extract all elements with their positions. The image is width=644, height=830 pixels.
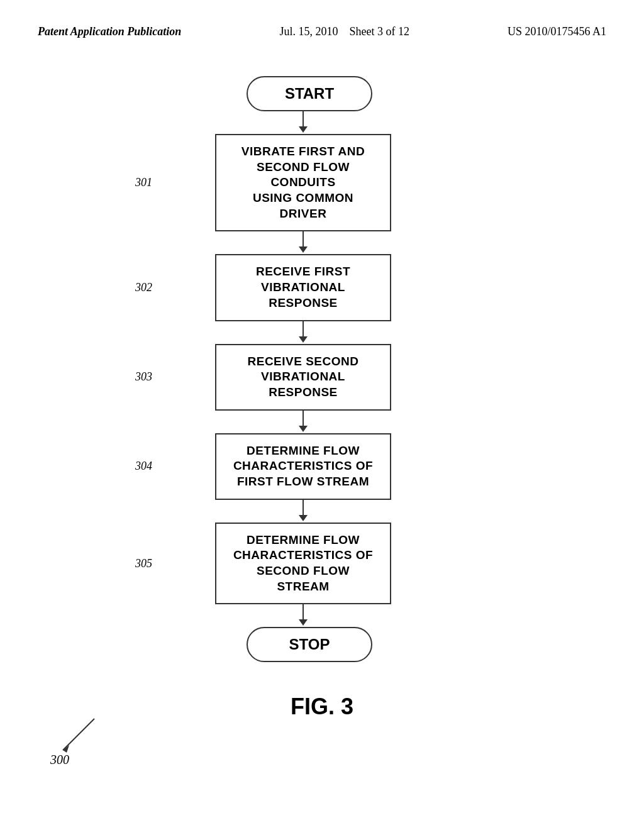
- arrow-head-4: [299, 426, 308, 432]
- arrow-line-5: [303, 500, 304, 515]
- arrow-line-6: [303, 604, 304, 619]
- step-box-301: VIBRATE FIRST ANDSECOND FLOW CONDUITSUSI…: [215, 134, 391, 231]
- step-box-305: DETERMINE FLOWCHARACTERISTICS OFSECOND F…: [215, 523, 391, 605]
- arrow-head-6: [299, 619, 308, 626]
- page-header: Patent Application Publication Jul. 15, …: [0, 0, 644, 51]
- step-row-302: 302 RECEIVE FIRSTVIBRATIONAL RESPONSE: [102, 254, 542, 321]
- step-box-304: DETERMINE FLOWCHARACTERISTICS OFFIRST FL…: [215, 433, 391, 500]
- step-box-302: RECEIVE FIRSTVIBRATIONAL RESPONSE: [215, 254, 391, 321]
- stop-row: STOP: [102, 627, 542, 662]
- figure-label: FIG. 3: [291, 694, 353, 720]
- arrow-3: [102, 321, 542, 344]
- stop-oval: STOP: [247, 627, 372, 662]
- sheet-info: Sheet 3 of 12: [349, 25, 409, 38]
- flowchart: START 301 VIBRATE FIRST ANDSECOND FLOW C…: [0, 70, 644, 720]
- arrow-head-1: [299, 126, 308, 133]
- publication-label: Patent Application Publication: [38, 25, 181, 38]
- arrow-2: [102, 231, 542, 254]
- date-sheet: Jul. 15, 2010 Sheet 3 of 12: [279, 25, 409, 38]
- start-oval: START: [247, 76, 372, 111]
- arrow-1: [102, 111, 542, 134]
- arrow-line-2: [303, 231, 304, 246]
- step-row-303: 303 RECEIVE SECONDVIBRATIONAL RESPONSE: [102, 344, 542, 411]
- step-label-301: 301: [114, 176, 165, 189]
- date: Jul. 15, 2010: [279, 25, 338, 38]
- arrow-head-2: [299, 246, 308, 253]
- start-spacer: [102, 70, 542, 76]
- arrow-line-3: [303, 321, 304, 336]
- arrow-line-1: [303, 111, 304, 126]
- arrow-4: [102, 411, 542, 433]
- step-label-305: 305: [114, 557, 165, 570]
- arrow-5: [102, 500, 542, 523]
- step-label-302: 302: [114, 281, 165, 294]
- step-label-304: 304: [114, 460, 165, 473]
- step-row-301: 301 VIBRATE FIRST ANDSECOND FLOW CONDUIT…: [102, 134, 542, 231]
- arrow-6: [102, 604, 542, 627]
- start-row: START: [102, 76, 542, 111]
- patent-number: US 2010/0175456 A1: [508, 25, 606, 38]
- step-label-303: 303: [114, 370, 165, 384]
- arrow-line-4: [303, 411, 304, 426]
- step-box-303: RECEIVE SECONDVIBRATIONAL RESPONSE: [215, 344, 391, 411]
- arrow-head-5: [299, 515, 308, 521]
- step-row-304: 304 DETERMINE FLOWCHARACTERISTICS OFFIRS…: [102, 433, 542, 500]
- step-row-305: 305 DETERMINE FLOWCHARACTERISTICS OFSECO…: [102, 523, 542, 605]
- arrow-head-3: [299, 336, 308, 343]
- svg-line-0: [63, 719, 94, 750]
- diagram-number-area: 300: [50, 712, 101, 767]
